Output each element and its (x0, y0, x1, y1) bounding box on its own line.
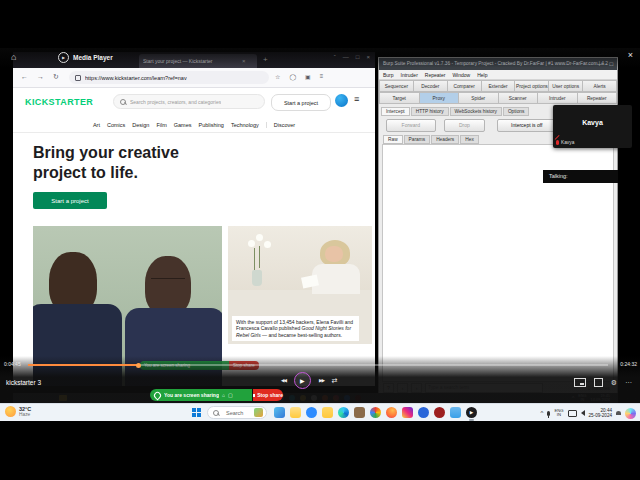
menu-help[interactable]: Help (477, 72, 487, 78)
remote-desktop-icon[interactable] (450, 407, 461, 418)
camera-app-icon[interactable] (354, 407, 365, 418)
search-highlight-thumbnail (254, 408, 263, 417)
tray-expand-icon[interactable]: ^ (541, 410, 544, 416)
kickstarter-search-input[interactable]: Search projects, creators, and categorie… (113, 94, 265, 109)
back-icon[interactable]: ← (21, 73, 28, 81)
tab-raw[interactable]: Raw (383, 135, 403, 144)
nav-games[interactable]: Games (174, 122, 192, 128)
start-button[interactable] (192, 408, 201, 417)
drop-button[interactable]: Drop (444, 119, 486, 132)
menu-burp[interactable]: Burp (383, 72, 394, 78)
copilot-icon[interactable] (625, 408, 636, 419)
zoom-app-icon[interactable] (306, 407, 317, 418)
mini-player-icon[interactable] (574, 378, 586, 387)
stop-share-button[interactable]: Stop share (253, 389, 283, 401)
language-indicator[interactable]: ENGIN (554, 409, 563, 418)
tab-decoder[interactable]: Decoder (414, 80, 448, 92)
display-icon[interactable] (568, 410, 577, 417)
seek-thumb[interactable] (136, 363, 141, 368)
start-project-header-button[interactable]: Start a project (271, 94, 331, 111)
home-icon[interactable]: ⌂ (222, 392, 225, 398)
tab-scanner[interactable]: Scanner (499, 92, 539, 104)
folder-icon[interactable] (322, 407, 333, 418)
system-tray: ^ ENGIN 20:4425-09-2024 (541, 405, 636, 421)
mic-icon[interactable] (547, 411, 550, 416)
settings-icon[interactable]: ▢ (228, 392, 233, 398)
play-button[interactable]: ▶ (294, 372, 311, 389)
notification-bell-icon[interactable] (616, 411, 621, 415)
tab-extender[interactable]: Extender (482, 80, 516, 92)
widgets-icon[interactable] (274, 407, 285, 418)
tab-params[interactable]: Params (404, 135, 431, 144)
nav-discover[interactable]: Discover (266, 122, 295, 128)
tab-spider[interactable]: Spider (459, 92, 499, 104)
hamburger-icon[interactable]: ≡ (354, 94, 359, 104)
tab-headers[interactable]: Headers (431, 135, 459, 144)
tab-repeater[interactable]: Repeater (578, 92, 618, 104)
menu-intruder[interactable]: Intruder (401, 72, 418, 78)
previous-icon[interactable]: ◀◀ (281, 378, 286, 383)
kickstarter-logo[interactable]: KICKSTARTER (25, 97, 93, 107)
tab-proxy[interactable]: Proxy (420, 92, 460, 104)
tab-comparer[interactable]: Comparer (448, 80, 482, 92)
media-player-app-icon[interactable]: ▶ (466, 407, 477, 418)
nav-art[interactable]: Art (93, 122, 100, 128)
avatar[interactable] (335, 94, 348, 107)
file-explorer-icon[interactable] (290, 407, 301, 418)
windows-taskbar: 32°C Haze Search ▶ ^ ENGIN 20:4425-09-20… (0, 403, 640, 421)
subtab-websockets-history[interactable]: WebSockets history (450, 107, 502, 116)
intercept-toggle-button[interactable]: Intercept is off (497, 119, 556, 132)
clock[interactable]: 20:4425-09-2024 (589, 408, 613, 419)
nav-technology[interactable]: Technology (231, 122, 259, 128)
volume-icon[interactable] (581, 410, 585, 416)
extensions-icon[interactable]: ▣ (305, 73, 311, 80)
reload-icon[interactable]: ↻ (53, 73, 59, 81)
nav-comics[interactable]: Comics (107, 122, 125, 128)
bookmark-star-icon[interactable]: ☆ (275, 73, 280, 80)
firefox-icon[interactable] (386, 407, 397, 418)
weather-widget[interactable]: 32°C Haze (5, 406, 31, 418)
shuffle-icon[interactable]: ⇄ (332, 377, 338, 385)
more-options-icon[interactable]: ⋯ (625, 379, 632, 387)
tab-intruder[interactable]: Intruder (538, 92, 578, 104)
menu-window[interactable]: Window (452, 72, 470, 78)
tab-target[interactable]: Target (379, 92, 420, 104)
tab-project-options[interactable]: Project options (515, 80, 549, 92)
zoom-participant-tile[interactable]: Kavya Kavya (553, 105, 632, 148)
start-project-hero-button[interactable]: Start a project (33, 192, 107, 209)
burp-menu-bar: Burp Intruder Repeater Window Help (379, 70, 617, 80)
forward-icon[interactable]: → (37, 73, 44, 81)
search-icon (120, 99, 126, 105)
nav-film[interactable]: Film (156, 122, 166, 128)
forward-button[interactable]: Forward (386, 119, 436, 132)
nav-publishing[interactable]: Publishing (199, 122, 224, 128)
stop-icon (253, 394, 255, 397)
seek-bar[interactable] (28, 364, 608, 366)
zoom-talking-indicator: Talking: (543, 170, 618, 183)
chrome-icon[interactable] (370, 407, 381, 418)
tab-user-options[interactable]: User options (549, 80, 583, 92)
subtab-options[interactable]: Options (503, 107, 530, 116)
edge-icon[interactable] (338, 407, 349, 418)
next-icon[interactable]: ▶▶ (319, 378, 324, 383)
home-icon[interactable]: ⌂ (11, 52, 16, 62)
account-icon[interactable]: ◯ (289, 73, 296, 80)
taskbar-search[interactable]: Search (207, 406, 267, 419)
nav-design[interactable]: Design (132, 122, 149, 128)
settings-gear-icon[interactable]: ⚙ (611, 379, 617, 387)
url-bar[interactable]: https://www.kickstarter.com/learn?ref=na… (69, 71, 269, 84)
tab-sequencer[interactable]: Sequencer (379, 80, 414, 92)
instagram-icon[interactable] (402, 407, 413, 418)
browser-menu-icon[interactable]: ≡ (320, 73, 324, 80)
blue-app-icon[interactable] (418, 407, 429, 418)
tab-alerts[interactable]: Alerts (583, 80, 617, 92)
kickstarter-page: KICKSTARTER Search projects, creators, a… (13, 88, 375, 386)
menu-repeater[interactable]: Repeater (425, 72, 446, 78)
subtab-intercept[interactable]: Intercept (381, 107, 410, 116)
close-icon[interactable]: × (628, 50, 633, 60)
tab-hex[interactable]: Hex (460, 135, 479, 144)
fullscreen-icon[interactable] (594, 378, 603, 387)
subtab-http-history[interactable]: HTTP history (411, 107, 449, 116)
weather-desc: Haze (19, 412, 31, 418)
opera-icon[interactable] (434, 407, 445, 418)
